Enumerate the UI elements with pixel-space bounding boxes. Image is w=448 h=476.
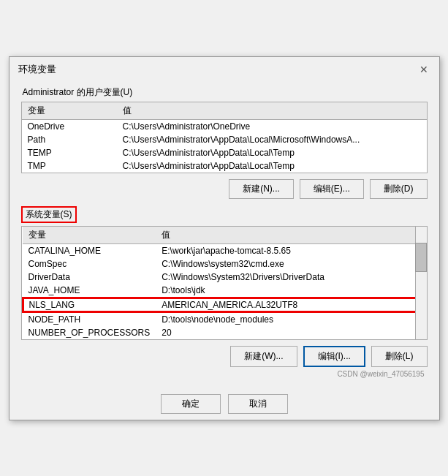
sys-edit-button[interactable]: 编辑(I)... xyxy=(303,346,365,367)
cancel-button[interactable]: 取消 xyxy=(228,394,288,414)
user-val-cell: C:\Users\Administrator\AppData\Local\Tem… xyxy=(117,159,427,173)
user-section-label: Administrator 的用户变量(U) xyxy=(21,86,428,99)
user-delete-button[interactable]: 删除(D) xyxy=(370,179,428,199)
environment-variables-dialog: 环境变量 ✕ Administrator 的用户变量(U) 变量 值 OneDr… xyxy=(9,56,440,420)
user-table-row[interactable]: PathC:\Users\Administrator\AppData\Local… xyxy=(22,133,427,146)
system-buttons-row: 新建(W)... 编辑(I)... 删除(L) xyxy=(21,346,428,367)
sys-var-cell: DriverData xyxy=(23,271,156,284)
system-section-label-wrapper: 系统变量(S) xyxy=(21,199,428,226)
sys-table-row[interactable]: NODE_PATHD:\tools\node\node_modules xyxy=(23,312,426,326)
user-table-row[interactable]: TMPC:\Users\Administrator\AppData\Local\… xyxy=(22,159,427,173)
user-val-cell: C:\Users\Administrator\AppData\Local\Mic… xyxy=(117,133,427,146)
system-variables-table: 变量 值 CATALINA_HOMEE:\work\jar\apache-tom… xyxy=(22,227,427,339)
system-section-label: 系统变量(S) xyxy=(21,206,77,223)
user-col-val-header: 值 xyxy=(117,102,427,120)
sys-col-val-header: 值 xyxy=(156,227,425,244)
user-val-cell: C:\Users\Administrator\AppData\Local\Tem… xyxy=(117,146,427,159)
sys-table-row[interactable]: DriverDataC:\Windows\System32\Drivers\Dr… xyxy=(23,271,426,284)
watermark: CSDN @weixin_47056195 xyxy=(21,370,428,378)
user-var-cell: TEMP xyxy=(22,146,117,159)
sys-val-cell: AMERICAN_AMERICA.AL32UTF8 xyxy=(156,298,425,312)
title-bar: 环境变量 ✕ xyxy=(10,57,439,80)
scrollbar-thumb[interactable] xyxy=(415,243,427,272)
sys-table-row[interactable]: NLS_LANGAMERICAN_AMERICA.AL32UTF8 xyxy=(23,298,426,312)
sys-table-row[interactable]: ComSpecC:\Windows\system32\cmd.exe xyxy=(23,257,426,271)
sys-var-cell: JAVA_HOME xyxy=(23,284,156,298)
user-var-cell: TMP xyxy=(22,159,117,173)
sys-delete-button[interactable]: 删除(L) xyxy=(371,346,428,367)
sys-val-cell: E:\work\jar\apache-tomcat-8.5.65 xyxy=(156,243,425,257)
user-table-row[interactable]: OneDriveC:\Users\Administrator\OneDrive xyxy=(22,119,427,133)
sys-var-cell: CATALINA_HOME xyxy=(23,243,156,257)
sys-table-row[interactable]: CATALINA_HOMEE:\work\jar\apache-tomcat-8… xyxy=(23,243,426,257)
sys-var-cell: NODE_PATH xyxy=(23,312,156,326)
user-val-cell: C:\Users\Administrator\OneDrive xyxy=(117,119,427,133)
sys-var-cell: ComSpec xyxy=(23,257,156,271)
sys-table-row[interactable]: JAVA_HOMED:\tools\jdk xyxy=(23,284,426,298)
sys-new-button[interactable]: 新建(W)... xyxy=(230,346,297,367)
dialog-body: Administrator 的用户变量(U) 变量 值 OneDriveC:\U… xyxy=(10,80,439,387)
sys-val-cell: 20 xyxy=(156,326,425,339)
system-variables-table-container: 变量 值 CATALINA_HOMEE:\work\jar\apache-tom… xyxy=(21,226,428,340)
dialog-title: 环境变量 xyxy=(18,63,56,76)
sys-table-row[interactable]: NUMBER_OF_PROCESSORS20 xyxy=(23,326,426,339)
bottom-buttons-row: 确定 取消 xyxy=(10,394,439,414)
ok-button[interactable]: 确定 xyxy=(161,394,221,414)
user-col-var-header: 变量 xyxy=(22,102,117,120)
user-variables-table-container: 变量 值 OneDriveC:\Users\Administrator\OneD… xyxy=(21,102,428,173)
sys-val-cell: C:\Windows\System32\Drivers\DriverData xyxy=(156,271,425,284)
user-variables-table: 变量 值 OneDriveC:\Users\Administrator\OneD… xyxy=(22,102,427,173)
sys-var-cell: NUMBER_OF_PROCESSORS xyxy=(23,326,156,339)
sys-val-cell: C:\Windows\system32\cmd.exe xyxy=(156,257,425,271)
sys-val-cell: D:\tools\node\node_modules xyxy=(156,312,425,326)
sys-col-var-header: 变量 xyxy=(23,227,156,244)
user-table-row[interactable]: TEMPC:\Users\Administrator\AppData\Local… xyxy=(22,146,427,159)
user-var-cell: OneDrive xyxy=(22,119,117,133)
user-new-button[interactable]: 新建(N)... xyxy=(229,179,294,199)
user-label-text: Administrator 的用户变量(U) xyxy=(23,87,133,97)
close-button[interactable]: ✕ xyxy=(417,63,430,76)
scrollbar[interactable] xyxy=(415,227,427,339)
sys-val-cell: D:\tools\jdk xyxy=(156,284,425,298)
user-edit-button[interactable]: 编辑(E)... xyxy=(300,179,364,199)
sys-var-cell: NLS_LANG xyxy=(23,298,156,312)
user-var-cell: Path xyxy=(22,133,117,146)
user-buttons-row: 新建(N)... 编辑(E)... 删除(D) xyxy=(21,179,428,199)
